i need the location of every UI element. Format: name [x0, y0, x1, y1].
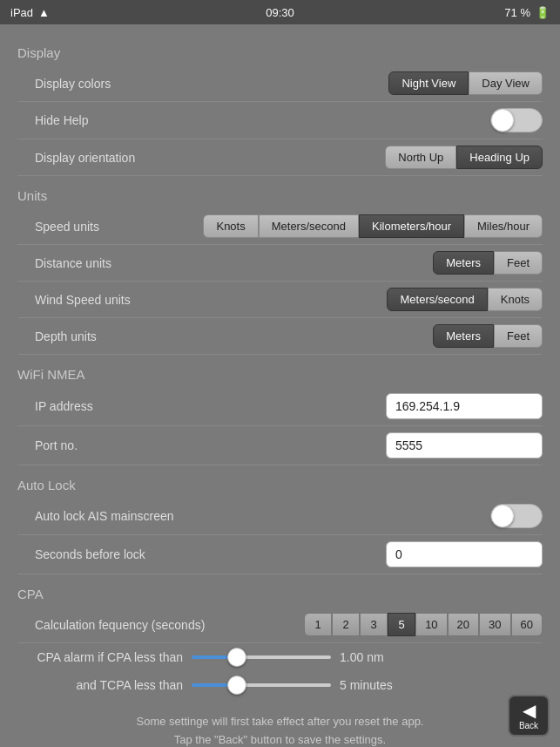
cpa-freq-30[interactable]: 30	[479, 613, 510, 636]
cpa-freq-5[interactable]: 5	[388, 613, 415, 636]
speed-units-controls: Knots Meters/second Kilometers/hour Mile…	[203, 214, 543, 238]
seconds-before-lock-controls	[386, 541, 543, 567]
wind-meters-button[interactable]: Meters/second	[387, 288, 487, 311]
cpa-alarm-slider[interactable]	[192, 655, 331, 659]
seconds-before-lock-input[interactable]	[386, 541, 543, 567]
display-colors-label: Display colors	[35, 77, 111, 91]
cpa-alarm-label: CPA alarm if CPA less than	[17, 650, 183, 664]
depth-feet-button[interactable]: Feet	[494, 324, 543, 348]
port-no-controls	[386, 432, 543, 458]
display-colors-row: Display colors Night View Day View	[17, 65, 543, 102]
distance-units-group: Meters Feet	[433, 251, 543, 275]
distance-units-controls: Meters Feet	[433, 251, 543, 275]
cpa-alarm-value: 1.00 nm	[340, 650, 409, 664]
port-no-input[interactable]	[386, 432, 543, 458]
cpa-freq-20[interactable]: 20	[448, 613, 479, 636]
cpa-freq-60[interactable]: 60	[511, 613, 543, 636]
cpa-frequency-row: Calculation fequency (seconds) 1 2 3 5 1…	[17, 607, 543, 643]
main-content: Display Display colors Night View Day Vi…	[0, 24, 560, 747]
cpa-freq-2[interactable]: 2	[332, 613, 360, 636]
depth-units-row: Depth units Meters Feet	[17, 318, 543, 355]
hide-help-controls	[490, 108, 543, 132]
note-line2: Tap the "Back" button to save the settin…	[174, 733, 386, 746]
cpa-freq-1[interactable]: 1	[304, 613, 332, 636]
hide-help-toggle-knob	[491, 109, 514, 132]
cpa-frequency-label: Calculation fequency (seconds)	[35, 618, 205, 632]
distance-units-label: Distance units	[35, 256, 111, 270]
auto-lock-section-header: Auto Lock	[17, 478, 543, 492]
tcpa-value: 5 minutes	[340, 678, 409, 692]
north-up-button[interactable]: North Up	[385, 146, 456, 169]
wind-speed-group: Meters/second Knots	[387, 288, 543, 311]
wind-speed-label: Wind Speed units	[35, 293, 131, 307]
back-arrow-icon: ◀	[523, 702, 536, 719]
speed-miles-button[interactable]: Miles/hour	[464, 214, 543, 238]
hide-help-toggle[interactable]	[490, 108, 543, 132]
wind-speed-row: Wind Speed units Meters/second Knots	[17, 282, 543, 318]
display-orientation-row: Display orientation North Up Heading Up	[17, 139, 543, 176]
display-orientation-controls: North Up Heading Up	[385, 146, 543, 169]
night-view-button[interactable]: Night View	[388, 71, 469, 95]
status-bar: iPad ▲ 09:30 71 % 🔋	[0, 0, 560, 24]
status-left: iPad ▲	[10, 6, 50, 19]
cpa-section-header: CPA	[17, 587, 543, 601]
depth-units-controls: Meters Feet	[433, 324, 543, 348]
ip-address-controls	[386, 393, 543, 419]
battery-label: 71 %	[504, 6, 530, 19]
units-section-header: Units	[17, 188, 543, 203]
speed-units-row: Speed units Knots Meters/second Kilomete…	[17, 208, 543, 245]
hide-help-label: Hide Help	[35, 113, 88, 127]
status-right: 71 % 🔋	[504, 6, 550, 19]
depth-meters-button[interactable]: Meters	[433, 324, 494, 348]
wind-speed-controls: Meters/second Knots	[387, 288, 543, 311]
speed-knots-button[interactable]: Knots	[203, 214, 258, 238]
day-view-button[interactable]: Day View	[469, 71, 543, 95]
note-text: Some settinge will first take effect aft…	[17, 713, 543, 747]
note-line1: Some settinge will first take effect aft…	[137, 715, 424, 728]
cpa-freq-3[interactable]: 3	[360, 613, 388, 636]
speed-units-label: Speed units	[35, 220, 99, 234]
speed-units-group: Knots Meters/second Kilometers/hour Mile…	[203, 214, 543, 238]
seconds-before-lock-row: Seconds before lock	[17, 535, 543, 574]
hide-help-row: Hide Help	[17, 102, 543, 139]
status-time: 09:30	[266, 6, 294, 19]
auto-lock-mainscreen-controls	[490, 504, 543, 528]
ipad-label: iPad	[10, 6, 33, 19]
speed-km-button[interactable]: Kilometers/hour	[359, 214, 464, 238]
cpa-frequency-group: 1 2 3 5 10 20 30 60	[304, 613, 543, 636]
tcpa-label: and TCPA less than	[17, 678, 183, 692]
back-button[interactable]: ◀ Back	[508, 695, 550, 737]
distance-meters-button[interactable]: Meters	[433, 251, 494, 275]
heading-up-button[interactable]: Heading Up	[456, 146, 543, 169]
depth-units-label: Depth units	[35, 329, 97, 343]
display-section-header: Display	[17, 45, 543, 60]
tcpa-row: and TCPA less than 5 minutes	[17, 671, 543, 699]
orientation-group: North Up Heading Up	[385, 146, 543, 169]
cpa-freq-10[interactable]: 10	[415, 613, 447, 636]
auto-lock-toggle-knob	[491, 505, 514, 527]
ip-address-input[interactable]	[386, 393, 543, 419]
auto-lock-mainscreen-row: Auto lock AIS mainscreen	[17, 498, 543, 535]
display-orientation-label: Display orientation	[35, 151, 135, 165]
seconds-before-lock-label: Seconds before lock	[35, 547, 145, 561]
tcpa-slider[interactable]	[192, 683, 331, 687]
display-colors-controls: Night View Day View	[388, 71, 543, 95]
ip-address-label: IP address	[35, 399, 93, 413]
ip-address-row: IP address	[17, 387, 543, 426]
wifi-section-header: WiFi NMEA	[17, 367, 543, 382]
auto-lock-mainscreen-label: Auto lock AIS mainscreen	[35, 509, 174, 523]
distance-feet-button[interactable]: Feet	[494, 251, 543, 275]
port-no-label: Port no.	[35, 438, 78, 452]
cpa-alarm-row: CPA alarm if CPA less than 1.00 nm	[17, 643, 543, 671]
depth-units-group: Meters Feet	[433, 324, 543, 348]
auto-lock-toggle[interactable]	[490, 504, 543, 528]
speed-meters-button[interactable]: Meters/second	[259, 214, 359, 238]
port-no-row: Port no.	[17, 426, 543, 465]
wind-knots-button[interactable]: Knots	[488, 288, 543, 311]
battery-icon: 🔋	[536, 6, 550, 19]
wifi-icon: ▲	[38, 6, 50, 19]
back-label: Back	[519, 721, 538, 730]
distance-units-row: Distance units Meters Feet	[17, 245, 543, 282]
cpa-frequency-controls: 1 2 3 5 10 20 30 60	[304, 613, 543, 636]
display-colors-group: Night View Day View	[388, 71, 543, 95]
